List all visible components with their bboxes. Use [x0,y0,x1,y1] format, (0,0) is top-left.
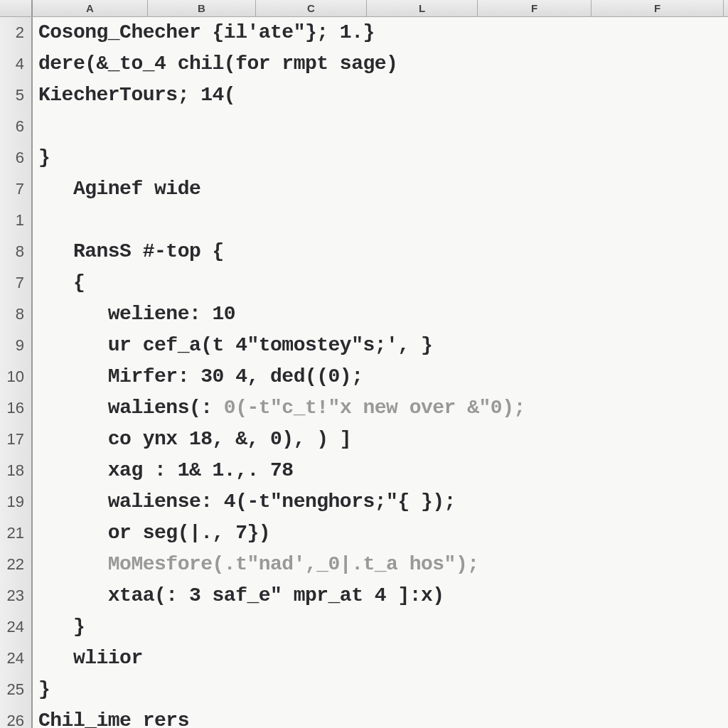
code-row: 25} [0,674,728,705]
row-number[interactable]: 7 [0,267,33,299]
row-number[interactable]: 19 [0,486,33,518]
row-number[interactable]: 16 [0,392,33,424]
code-row: 7 Aginef wide [0,173,728,205]
code-row: 19 waliense: 4(-t"nenghors;"{ }); [0,486,728,518]
column-header-row: A B C L F F [0,0,728,17]
code-row: 26Chil_ime rers [0,705,728,728]
code-row: 1 [0,205,728,236]
code-row: 5KiecherTours; 14( [0,80,728,111]
row-number[interactable]: 8 [0,299,33,330]
row-number[interactable]: 25 [0,674,33,705]
code-line[interactable]: co ynx 18, &, 0), ) ] [33,424,351,454]
code-line[interactable]: KiecherTours; 14( [33,80,235,110]
code-line[interactable]: Mirfer: 30 4, ded((0); [33,362,363,392]
code-row: 22 MoMesfore(.t"nad',_0|.t_a hos"); [0,549,728,580]
code-row: 24 wliior [0,643,728,674]
code-line[interactable]: Chil_ime rers [33,706,189,728]
code-line[interactable]: Aginef wide [33,174,200,204]
row-number[interactable]: 24 [0,643,33,674]
code-line[interactable]: { [33,268,85,298]
code-line[interactable]: Cosong_Checher {il'ate"}; 1.} [33,18,375,48]
row-number[interactable]: 2 [0,17,33,48]
code-row: 6 [0,111,728,142]
code-row: 4dere(&_to_4 chil(for rmpt sage) [0,48,728,80]
row-number[interactable]: 18 [0,455,33,486]
column-header[interactable]: C [256,0,367,16]
column-header[interactable]: L [367,0,478,16]
code-line[interactable]: MoMesfore(.t"nad',_0|.t_a hos"); [33,550,479,579]
code-line[interactable]: or seg(|., 7}) [33,518,270,548]
code-line[interactable]: ur cef_a(t 4"tomostey"s;', } [33,331,432,360]
code-line[interactable]: dere(&_to_4 chil(for rmpt sage) [33,49,397,79]
row-number[interactable]: 6 [0,111,33,142]
row-number[interactable]: 24 [0,611,33,643]
row-number[interactable]: 4 [0,48,33,80]
code-line[interactable]: wliior [33,643,143,673]
code-area[interactable]: 2Cosong_Checher {il'ate"}; 1.}4dere(&_to… [0,17,728,728]
column-header[interactable]: F [478,0,592,16]
row-number[interactable]: 6 [0,142,33,173]
code-line[interactable]: } [33,143,50,173]
code-row: 2Cosong_Checher {il'ate"}; 1.} [0,17,728,48]
code-line[interactable]: } [33,612,85,642]
row-number[interactable]: 1 [0,205,33,236]
corner-cell[interactable] [0,0,33,16]
code-line[interactable]: RansS #-top { [33,237,224,267]
code-row: 16 waliens(: 0(-t"c_t!"x new over &"0); [0,392,728,424]
row-number[interactable]: 17 [0,424,33,455]
code-line[interactable]: xag : 1& 1.,. 78 [33,456,294,486]
row-number[interactable]: 5 [0,80,33,111]
row-number[interactable]: 21 [0,518,33,549]
code-line[interactable]: } [33,675,50,705]
code-row: 24 } [0,611,728,643]
code-row: 7 { [0,267,728,299]
code-line[interactable]: waliens(: 0(-t"c_t!"x new over &"0); [33,393,525,423]
code-row: 10 Mirfer: 30 4, ded((0); [0,361,728,392]
code-row: 8 weliene: 10 [0,299,728,330]
column-header[interactable]: F [592,0,724,16]
code-row: 6} [0,142,728,173]
row-number[interactable]: 7 [0,173,33,205]
code-row: 18 xag : 1& 1.,. 78 [0,455,728,486]
code-row: 8 RansS #-top { [0,236,728,267]
code-row: 9 ur cef_a(t 4"tomostey"s;', } [0,330,728,361]
row-number[interactable]: 10 [0,361,33,392]
row-number[interactable]: 26 [0,705,33,728]
column-header[interactable]: A [33,0,148,16]
row-number[interactable]: 22 [0,549,33,580]
code-line[interactable]: weliene: 10 [33,299,235,329]
code-row: 23 xtaa(: 3 saf_e" mpr_at 4 ]:x) [0,580,728,611]
row-number[interactable]: 23 [0,580,33,611]
row-number[interactable]: 9 [0,330,33,361]
row-number[interactable]: 8 [0,236,33,267]
code-line[interactable]: xtaa(: 3 saf_e" mpr_at 4 ]:x) [33,581,444,611]
code-line[interactable]: waliense: 4(-t"nenghors;"{ }); [33,487,456,517]
code-row: 17 co ynx 18, &, 0), ) ] [0,424,728,455]
code-row: 21 or seg(|., 7}) [0,518,728,549]
column-header[interactable]: B [148,0,256,16]
